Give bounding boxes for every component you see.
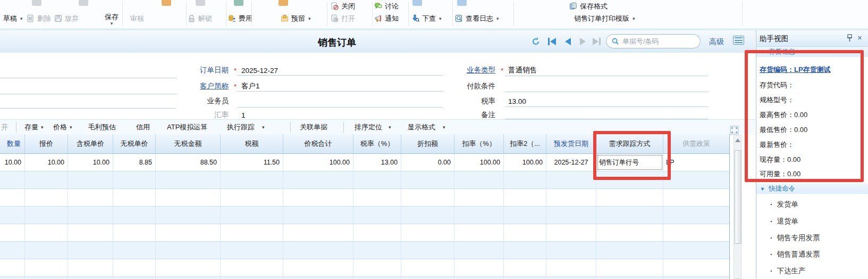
quick-commands-section[interactable]: ▼ 快捷命令 <box>756 184 868 194</box>
exchange-rate-field[interactable]: 汇率 1 <box>198 110 246 120</box>
view-log-button[interactable]: 查看日志▾ <box>455 14 499 23</box>
empty-cell[interactable] <box>546 171 596 188</box>
cell-total[interactable]: 100.00 <box>283 154 353 171</box>
list-view-button[interactable] <box>733 36 744 45</box>
empty-cell[interactable] <box>156 277 221 279</box>
cell-untaxed-price[interactable]: 8.85 <box>113 154 156 171</box>
customer-value[interactable]: 客户1 <box>241 81 260 91</box>
empty-cell[interactable] <box>663 259 729 276</box>
empty-cell[interactable] <box>221 171 283 188</box>
empty-cell[interactable] <box>68 259 113 276</box>
empty-cell[interactable] <box>113 189 156 206</box>
related-documents-button[interactable]: 关联单据 <box>300 122 327 132</box>
empty-cell[interactable] <box>283 259 353 276</box>
empty-cell[interactable] <box>283 224 353 241</box>
empty-cell[interactable] <box>353 207 401 224</box>
refresh-button[interactable] <box>530 37 541 46</box>
column-header-untaxed-amount[interactable]: 无税金额 <box>156 134 221 153</box>
cell-supply-policy[interactable]: LP <box>663 154 729 171</box>
empty-cell[interactable] <box>25 224 68 241</box>
empty-cell[interactable] <box>454 189 504 206</box>
empty-cell[interactable] <box>546 277 596 279</box>
empty-cell[interactable] <box>546 242 596 259</box>
empty-cell[interactable] <box>68 242 113 259</box>
empty-cell[interactable] <box>156 259 221 276</box>
empty-cell[interactable] <box>156 224 221 241</box>
empty-cell[interactable] <box>25 207 68 224</box>
empty-cell[interactable] <box>68 207 113 224</box>
order-date-value[interactable]: 2025-12-27 <box>241 67 278 75</box>
business-type-label-link[interactable]: 业务类型 <box>465 65 495 75</box>
tax-rate-value[interactable]: 13.00 <box>508 97 526 105</box>
column-header-taxed-price[interactable]: 含税单价 <box>68 134 113 153</box>
discuss-button[interactable]: 讨论 <box>374 2 399 11</box>
empty-cell[interactable] <box>454 242 504 259</box>
empty-cell[interactable] <box>353 242 401 259</box>
cell-delivery-date[interactable]: 2025-12-27 <box>546 154 596 171</box>
empty-cell[interactable] <box>504 171 546 188</box>
empty-cell[interactable] <box>546 189 596 206</box>
empty-cell[interactable] <box>353 259 401 276</box>
empty-cell[interactable] <box>663 277 729 279</box>
payment-terms-field[interactable]: 付款条件 <box>465 81 508 92</box>
empty-cell[interactable] <box>113 242 156 259</box>
empty-cell[interactable] <box>596 259 663 276</box>
price-button[interactable]: 价格▾ <box>53 122 72 132</box>
empty-cell[interactable] <box>401 224 454 241</box>
empty-cell[interactable] <box>68 277 113 279</box>
save-format-button[interactable]: 保存格式 <box>569 2 608 11</box>
close-button[interactable]: 关闭 <box>331 2 355 11</box>
pin-icon[interactable] <box>847 34 853 44</box>
empty-cell[interactable] <box>401 207 454 224</box>
empty-cell[interactable] <box>596 242 663 259</box>
empty-cell[interactable] <box>283 189 353 206</box>
empty-cell[interactable] <box>454 277 504 279</box>
column-header-qty[interactable]: 数量 <box>0 134 25 153</box>
empty-cell[interactable] <box>546 224 596 241</box>
empty-cell[interactable] <box>0 189 25 206</box>
empty-cell[interactable] <box>401 171 454 188</box>
sort-locate-button[interactable]: 排序定位▾ <box>355 122 391 132</box>
empty-cell[interactable] <box>596 207 663 224</box>
column-header-discount-rate2[interactable]: 扣率2（... <box>504 134 546 153</box>
command-issue-production[interactable]: 下达生产 <box>770 266 806 276</box>
reserve-button[interactable]: 预留▾ <box>281 14 311 23</box>
empty-cell[interactable] <box>113 259 156 276</box>
empty-cell[interactable] <box>504 242 546 259</box>
cell-demand-tracking[interactable]: 销售订单行号 <box>596 154 663 171</box>
empty-cell[interactable] <box>156 171 221 188</box>
draft-button[interactable]: 草稿▾ <box>3 14 23 23</box>
cell-qty[interactable]: 10.00 <box>0 154 25 171</box>
empty-cell[interactable] <box>401 189 454 206</box>
empty-cell[interactable] <box>454 171 504 188</box>
empty-cell[interactable] <box>596 277 663 279</box>
empty-cell[interactable] <box>25 259 68 276</box>
document-search-input[interactable]: 单据号/条码 <box>606 34 701 48</box>
cell-tax-rate[interactable]: 13.00 <box>353 154 401 171</box>
column-header-quote[interactable]: 报价 <box>25 134 68 153</box>
empty-cell[interactable] <box>156 242 221 259</box>
empty-cell[interactable] <box>504 224 546 241</box>
profit-estimate-button[interactable]: 毛利预估 <box>88 122 116 132</box>
exchange-rate-value[interactable]: 1 <box>241 111 246 119</box>
cell-tax[interactable]: 11.50 <box>221 154 283 171</box>
empty-cell[interactable] <box>25 189 68 206</box>
notify-button[interactable]: 通知 <box>374 14 399 23</box>
empty-cell[interactable] <box>546 259 596 276</box>
empty-cell[interactable] <box>283 242 353 259</box>
save-button[interactable]: 保存▾ <box>100 11 123 27</box>
empty-cell[interactable] <box>454 224 504 241</box>
cell-discount-rate[interactable]: 100.00 <box>454 154 504 171</box>
first-record-button[interactable] <box>546 37 557 46</box>
field-underline[interactable] <box>0 108 175 109</box>
column-header-supply-policy[interactable]: 供需政策 <box>663 134 729 153</box>
empty-cell[interactable] <box>283 171 353 188</box>
cell-discount-amount[interactable]: 0.00 <box>401 154 454 171</box>
empty-cell[interactable] <box>221 259 283 276</box>
empty-cell[interactable] <box>596 224 663 241</box>
empty-cell[interactable] <box>401 277 454 279</box>
cell-discount-rate2[interactable]: 100.00 <box>504 154 546 171</box>
empty-cell[interactable] <box>113 277 156 279</box>
empty-cell[interactable] <box>25 171 68 188</box>
empty-cell[interactable] <box>504 259 546 276</box>
